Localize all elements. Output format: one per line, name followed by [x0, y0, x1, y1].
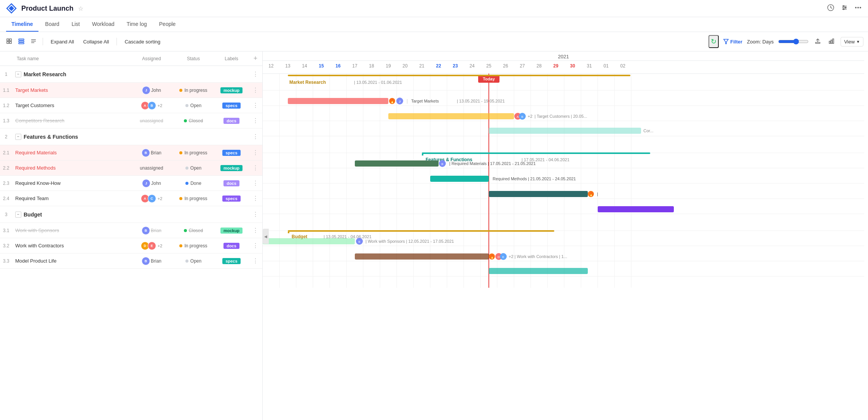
status-dot [184, 229, 187, 232]
task-name[interactable]: Required Materials [15, 150, 57, 155]
svg-point-8 [843, 8, 844, 10]
app-logo-icon [6, 3, 17, 14]
row-menu-button[interactable]: ⋮ [250, 164, 261, 172]
labels-cell: specs [214, 194, 249, 203]
task-name: Work with Contractors [15, 243, 64, 248]
svg-text:| 13.05.2021 - 19.05.2021: | 13.05.2021 - 19.05.2021 [457, 99, 505, 103]
row-menu-cell: ⋮ [249, 101, 262, 110]
assigned-text: Brian [151, 258, 161, 264]
collapse-all-button[interactable]: Collapse All [80, 37, 112, 46]
row-menu-cell: ⋮ [249, 164, 262, 172]
avatar: B [142, 226, 150, 235]
group-toggle[interactable]: − [15, 71, 21, 77]
refresh-button[interactable]: ↻ [708, 35, 719, 48]
row-menu-button[interactable]: ⋮ [250, 70, 261, 79]
avatar: J [142, 179, 150, 188]
row-menu-button[interactable]: ⋮ [250, 194, 261, 203]
assigned-cell: B Brian [131, 147, 172, 159]
cascade-sort-button[interactable]: Cascade sorting [121, 37, 163, 46]
labels-cell: mockup [214, 164, 249, 173]
task-name[interactable]: Required Methods [15, 165, 56, 171]
tab-timelog[interactable]: Time log [121, 17, 152, 32]
view-button[interactable]: View ▼ [841, 37, 863, 46]
row-number: 2.1 [0, 150, 12, 155]
gantt-chart: ◀ 2021 12 13 14 15 16 17 18 19 [263, 51, 868, 420]
row-number: 3.2 [0, 243, 12, 248]
row-number: 2.2 [0, 165, 12, 171]
col-header-task: Task name [12, 53, 131, 64]
assigned-cell: A B +2 [131, 100, 172, 111]
labels-cell: docs [214, 179, 249, 188]
svg-text:16: 16 [335, 63, 341, 69]
svg-rect-26 [833, 39, 834, 43]
tab-workload[interactable]: Workload [87, 17, 120, 32]
svg-text:🔥: 🔥 [490, 255, 495, 259]
table-row: 2.4 Required Team A C +2 In progress spe… [0, 191, 262, 206]
chevron-down-icon: ▼ [856, 40, 860, 44]
avatar: J [142, 86, 150, 95]
svg-text:30: 30 [570, 63, 575, 69]
gantt-svg: 2021 12 13 14 15 16 17 18 19 20 21 22 23 [263, 51, 864, 288]
table-row: 3.1 Work with Sponsors B Brian Closed mo… [0, 223, 262, 238]
svg-rect-121 [489, 191, 588, 197]
status-dot [179, 89, 182, 92]
labels-cell: specs [214, 256, 249, 266]
row-menu-cell: ⋮ [249, 241, 262, 250]
table-row: 1.1 Target Markets J John In progress mo… [0, 83, 262, 98]
svg-rect-24 [829, 41, 830, 43]
history-button[interactable] [827, 4, 834, 13]
table-row: 1.3 Competitors Research unassigned Clos… [0, 113, 262, 128]
row-menu-button[interactable]: ⋮ [250, 132, 261, 141]
row-menu-button[interactable]: ⋮ [250, 256, 261, 265]
group-toggle[interactable]: − [15, 134, 21, 140]
svg-rect-25 [831, 40, 832, 43]
assigned-cell [131, 73, 172, 76]
assigned-cell [131, 213, 172, 216]
task-name: Budget [24, 212, 42, 218]
task-name: Work with Sponsors [15, 228, 59, 233]
status-cell: Closed [172, 226, 214, 235]
status-dot [185, 182, 188, 185]
expand-all-button[interactable]: Expand All [48, 37, 77, 46]
svg-marker-1 [9, 6, 14, 11]
star-icon[interactable]: ☆ [78, 5, 83, 12]
row-menu-button[interactable]: ⋮ [250, 101, 261, 110]
label-badge: mockup [220, 165, 243, 171]
tab-list[interactable]: List [66, 17, 85, 32]
chart-icon[interactable] [827, 37, 836, 47]
row-menu-button[interactable]: ⋮ [250, 116, 261, 125]
table-row: 1 − Market Research ⋮ [0, 66, 262, 83]
filter-button[interactable]: Filter [723, 39, 742, 45]
status-dot [179, 244, 182, 247]
label-badge: specs [222, 196, 240, 202]
group-toggle[interactable]: − [15, 212, 21, 218]
task-name-cell: − Budget [12, 210, 131, 219]
tab-people[interactable]: People [154, 17, 181, 32]
svg-text:| Required Materials | 17.05.2: | Required Materials | 17.05.2021 - 21.0… [449, 161, 536, 166]
row-number: 2 [0, 134, 12, 139]
task-name[interactable]: Target Markets [15, 87, 48, 93]
col-add-btn[interactable]: + [249, 51, 262, 66]
export-icon[interactable] [813, 37, 822, 47]
row-menu-button[interactable]: ⋮ [250, 148, 261, 157]
view-mode-icon1[interactable] [5, 37, 14, 47]
task-name: Required Team [15, 196, 49, 201]
row-number: 3.1 [0, 228, 12, 233]
tab-timeline[interactable]: Timeline [6, 17, 38, 32]
more-button[interactable] [854, 4, 862, 13]
zoom-slider[interactable] [778, 38, 809, 45]
row-menu-button[interactable]: ⋮ [250, 86, 261, 95]
view-mode-icon3[interactable] [29, 37, 38, 47]
row-menu-button[interactable]: ⋮ [250, 210, 261, 219]
view-mode-icon2[interactable] [17, 37, 26, 47]
row-menu-button[interactable]: ⋮ [250, 241, 261, 250]
settings-button[interactable] [841, 4, 848, 13]
row-menu-button[interactable]: ⋮ [250, 179, 261, 188]
status-cell [172, 135, 214, 138]
task-name-cell: Required Team [12, 194, 131, 203]
row-menu-button[interactable]: ⋮ [250, 226, 261, 235]
app-header: Product Launch ☆ [0, 0, 868, 17]
collapse-handle[interactable]: ◀ [263, 229, 269, 244]
tab-board[interactable]: Board [40, 17, 65, 32]
main-content: Task name Assigned Status Labels + 1 − M… [0, 51, 868, 420]
